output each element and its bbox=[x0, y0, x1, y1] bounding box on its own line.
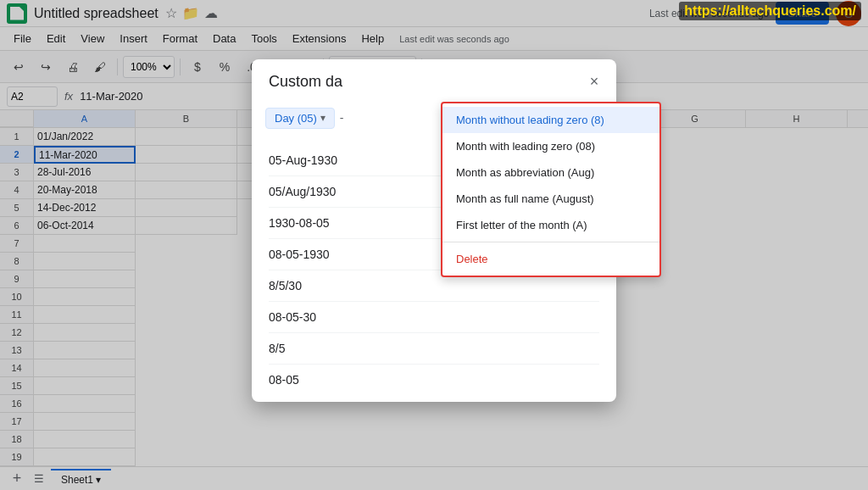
separator-token: - bbox=[340, 111, 344, 125]
dropdown-divider bbox=[442, 242, 659, 242]
dropdown-item-month-first-letter[interactable]: First letter of the month (A) bbox=[442, 212, 659, 238]
preview-item-8: 08-05 bbox=[269, 365, 599, 395]
modal-header: Custom da × bbox=[252, 59, 616, 97]
month-format-dropdown: Month without leading zero (8) Month wit… bbox=[441, 102, 661, 277]
dropdown-item-month-full-name[interactable]: Month as full name (August) bbox=[442, 186, 659, 212]
modal-overlay: Custom da × Day (05) ▾ - Apply 05-Aug-19… bbox=[0, 0, 868, 490]
day-token-label: Day (05) bbox=[275, 112, 317, 125]
day-token-remove[interactable]: ▾ bbox=[320, 112, 326, 124]
modal-title: Custom da bbox=[269, 73, 342, 91]
dropdown-item-month-abbreviation[interactable]: Month as abbreviation (Aug) bbox=[442, 159, 659, 186]
modal-close-button[interactable]: × bbox=[582, 70, 606, 93]
dropdown-item-month-no-leading-zero[interactable]: Month without leading zero (8) bbox=[442, 107, 659, 133]
preview-item-6: 08-05-30 bbox=[269, 302, 599, 333]
day-token[interactable]: Day (05) ▾ bbox=[265, 108, 335, 129]
dropdown-item-delete[interactable]: Delete bbox=[442, 246, 659, 272]
watermark: https://alltechqueries.com/ bbox=[679, 2, 861, 20]
preview-item-7: 8/5 bbox=[269, 333, 599, 365]
dropdown-item-month-leading-zero[interactable]: Month with leading zero (08) bbox=[442, 133, 659, 159]
